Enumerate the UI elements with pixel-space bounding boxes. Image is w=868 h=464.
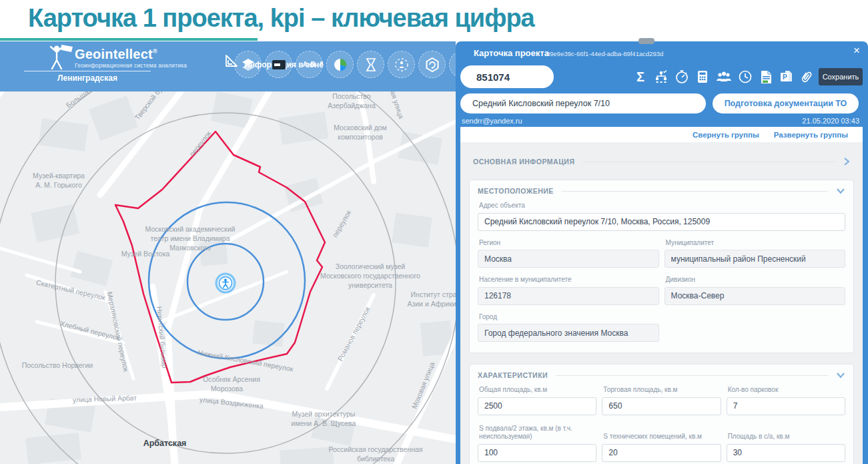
sa-area-input[interactable]: [727, 444, 845, 462]
section-location: МЕСТОПОЛОЖЕНИЕ Адрес объекта Регион Муни…: [469, 180, 854, 353]
route-ab-button[interactable]: A·B: [296, 51, 323, 78]
ab-route-icon: A·B: [303, 61, 316, 68]
address-short-input[interactable]: [460, 93, 706, 113]
field-total-area: Общая площадь, кв.м: [478, 386, 596, 415]
section-location-header[interactable]: МЕСТОПОЛОЖЕНИЕ: [478, 187, 845, 195]
hex-refresh-icon: [425, 57, 440, 72]
division-input: [665, 287, 846, 305]
map-geometry: [0, 41, 456, 464]
field-parking: Кол-во парковок: [727, 386, 845, 415]
people-icon: [716, 71, 732, 83]
card-tool-button[interactable]: [265, 51, 292, 78]
drag-handle[interactable]: [638, 38, 655, 44]
export-ppt-button[interactable]: P: [777, 67, 797, 87]
hourglass-button[interactable]: [357, 51, 384, 78]
field-municipality: Муниципалитет: [665, 239, 846, 268]
field-tech-rooms: S технических помещений, кв.м: [602, 425, 721, 462]
person-network-icon: [394, 57, 409, 72]
geointellect-logo-icon: [48, 44, 73, 71]
xlsx-file-icon: [761, 70, 772, 84]
pie-report-button[interactable]: [326, 51, 354, 78]
section-divider: [582, 162, 835, 162]
collapse-groups-link[interactable]: Свернуть группы: [693, 131, 759, 139]
section-characteristics: ХАРАКТЕРИСТИКИ Общая площадь, кв.м Торго…: [469, 364, 854, 464]
save-button[interactable]: Сохранить: [819, 68, 863, 85]
stopwatch-button[interactable]: [672, 67, 692, 87]
registered-mark: ®: [153, 48, 157, 55]
home-button[interactable]: [449, 51, 456, 78]
screen: Карточка 1 проекта, kpi – ключевая цифра: [0, 0, 868, 464]
history-button[interactable]: [735, 67, 755, 87]
field-label: Общая площадь, кв.м: [479, 386, 596, 395]
sigma-summary-button[interactable]: Σ: [630, 67, 650, 87]
app-header: Geointellect® Геоинформационная система …: [0, 41, 456, 91]
section-characteristics-header[interactable]: ХАРАКТЕРИСТИКИ: [478, 371, 845, 379]
attach-button[interactable]: [797, 67, 817, 87]
parking-input[interactable]: [727, 397, 845, 415]
chevron-down-icon[interactable]: [836, 372, 845, 379]
pie-chart-icon: [334, 58, 347, 71]
section-title: МЕСТОПОЛОЖЕНИЕ: [478, 187, 554, 195]
field-trade-area: Торговая площадь, кв.м: [602, 386, 721, 415]
project-id-input[interactable]: [460, 65, 554, 88]
close-icon[interactable]: ×: [853, 44, 860, 57]
ppt-file-icon: P: [780, 70, 793, 83]
calculator-icon: [697, 70, 708, 83]
region-selector[interactable]: Ленинградская: [24, 73, 151, 83]
address-full-input[interactable]: [478, 213, 845, 231]
doc-prep-button[interactable]: Подготовка документации ТО: [713, 93, 859, 113]
field-label: Муниципалитет: [666, 239, 846, 248]
layers-icon: [241, 57, 256, 72]
section-title: ОСНОВНАЯ ИНФОРМАЦИЯ: [473, 158, 574, 166]
card-title: Карточка проекта: [474, 48, 549, 58]
map-canvas[interactable]: Музей-квартираА. М. ГорькогоПосольствоАз…: [0, 41, 456, 464]
group-controls-bar: Свернуть группы Развернуть группы: [460, 127, 863, 142]
chevron-right-icon[interactable]: [843, 157, 850, 166]
trade-area-input[interactable]: [602, 397, 721, 415]
total-area-input[interactable]: [478, 397, 596, 415]
field-label: Население в муниципалитете: [479, 276, 659, 284]
hex-refresh-button[interactable]: [418, 51, 446, 78]
title-underline: [0, 38, 258, 41]
person-network-button[interactable]: [388, 51, 415, 78]
export-xlsx-button[interactable]: [756, 67, 776, 87]
field-label: Адрес объекта: [479, 202, 845, 210]
clock-icon: [738, 69, 753, 84]
project-location-marker[interactable]: [216, 274, 235, 292]
field-division: Дивизион: [665, 276, 846, 305]
slide-title: Карточка 1 проекта, kpi – ключевая цифра: [28, 4, 534, 33]
city-input: [478, 324, 659, 342]
field-label: Город: [479, 313, 659, 322]
basement-input[interactable]: [478, 444, 596, 462]
field-label: Площадь в с/а, кв.м: [728, 433, 845, 441]
org-check-button[interactable]: [651, 67, 671, 87]
expand-groups-link[interactable]: Развернуть группы: [774, 131, 848, 139]
card-content[interactable]: ОСНОВНАЯ ИНФОРМАЦИЯ МЕСТОПОЛОЖЕНИЕ Адрес…: [460, 142, 863, 464]
paperclip-icon: [801, 70, 813, 84]
field-label: S подвала/2 этажа, кв.м (в т.ч. неисполь…: [479, 425, 596, 441]
section-divider: [556, 375, 828, 376]
field-city: Город: [478, 313, 659, 342]
field-population: Население в муниципалитете: [478, 276, 659, 305]
municipality-input: [665, 250, 846, 268]
sigma-icon: Σ: [636, 69, 644, 85]
population-input: [478, 287, 659, 305]
svg-text:P: P: [783, 73, 787, 81]
tech-rooms-input[interactable]: [602, 444, 721, 462]
section-divider: [562, 191, 828, 192]
hourglass-icon: [366, 58, 376, 71]
field-label: Торговая площадь, кв.м: [603, 386, 721, 395]
field-region: Регион: [478, 239, 659, 268]
timestamp: 21.05.2020 03:43: [802, 117, 859, 125]
calculator-button[interactable]: [693, 67, 713, 87]
layers-button[interactable]: [234, 51, 262, 78]
section-title: ХАРАКТЕРИСТИКИ: [478, 371, 548, 379]
field-label: Кол-во парковок: [728, 386, 845, 395]
app-tagline: Геоинформационная система аналитика: [75, 62, 187, 69]
section-main-info[interactable]: ОСНОВНАЯ ИНФОРМАЦИЯ: [473, 157, 850, 166]
people-button[interactable]: [714, 67, 734, 87]
logo-divider: [24, 71, 151, 71]
field-sa-area: Площадь в с/а, кв.м: [727, 425, 845, 462]
chevron-down-icon[interactable]: [836, 188, 845, 194]
org-check-icon: [654, 70, 669, 83]
